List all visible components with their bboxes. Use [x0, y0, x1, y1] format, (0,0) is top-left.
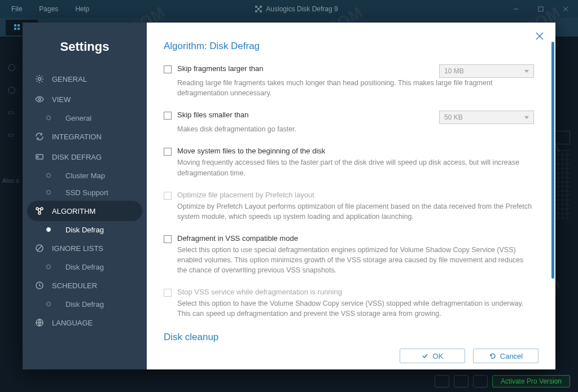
svg-rect-3 [255, 10, 257, 12]
sidebar-item-scheduler[interactable]: SCHEDULER [23, 275, 147, 296]
app-title: Auslogics Disk Defrag 9 [89, 5, 503, 13]
settings-sidebar: Settings GENERAL VIEW General INTEGRATIO… [23, 23, 147, 369]
bg-icon: ◯ [8, 63, 19, 74]
menu-help[interactable]: Help [75, 5, 89, 13]
svg-point-18 [41, 208, 43, 210]
undo-icon [489, 353, 496, 359]
close-icon [535, 32, 544, 41]
checkbox-move-system[interactable] [164, 148, 172, 156]
tab-grid-icon [14, 24, 21, 32]
sidebar-item-sched-disk-defrag[interactable]: Disk Defrag [23, 296, 147, 312]
svg-rect-9 [14, 24, 16, 27]
option-title: Optimize file placement by Prefetch layo… [177, 191, 534, 199]
svg-point-13 [38, 78, 41, 81]
bg-footer-box [473, 375, 488, 387]
menu-pages[interactable]: Pages [39, 5, 58, 13]
sidebar-item-integration[interactable]: INTEGRATION [23, 126, 147, 147]
checkbox-skip-larger[interactable] [164, 65, 172, 73]
dialog-close-button[interactable] [535, 32, 544, 43]
option-skip-smaller: Skip files smaller than 50 KB Makes disk… [164, 111, 534, 134]
panel-heading: Algorithm: Disk Defrag [164, 41, 534, 52]
option-vss-compat: Defragment in VSS compatible mode Select… [164, 234, 534, 275]
svg-line-21 [37, 246, 42, 250]
bg-icon: ▭ [8, 131, 19, 142]
svg-point-19 [38, 212, 41, 214]
settings-panel: Algorithm: Disk Defrag Skip fragments la… [147, 23, 555, 369]
menu-file[interactable]: File [11, 5, 22, 13]
option-prefetch: Optimize file placement by Prefetch layo… [164, 191, 534, 222]
sync-icon [35, 132, 44, 141]
ok-button[interactable]: OK [400, 349, 465, 363]
option-desc: Moving frequently accessed files to the … [177, 157, 534, 178]
section-disk-cleanup: Disk cleanup [164, 332, 534, 343]
sidebar-item-cluster-map[interactable]: Cluster Map [23, 167, 147, 184]
clock-icon [35, 281, 44, 290]
option-desc: Optimize by Prefetch Layout performs opt… [177, 201, 534, 222]
minimize-button[interactable] [503, 0, 528, 18]
svg-rect-1 [260, 6, 262, 8]
sidebar-item-algorithm[interactable]: ALGORITHM [27, 201, 142, 221]
panel-body[interactable]: Algorithm: Disk Defrag Skip fragments la… [147, 23, 555, 342]
checkbox-skip-smaller[interactable] [164, 112, 172, 120]
sidebar-item-ignore-disk-defrag[interactable]: Disk Defrag [23, 258, 147, 275]
sidebar-item-view-general[interactable]: General [23, 109, 147, 126]
app-logo-icon [255, 5, 262, 13]
globe-icon [35, 318, 44, 327]
panel-footer: OK Cancel [147, 342, 555, 369]
bg-also-label: Also s [2, 177, 19, 184]
checkbox-prefetch [164, 192, 172, 200]
checkbox-vss-compat[interactable] [164, 235, 172, 243]
svg-rect-6 [538, 7, 543, 11]
settings-dialog: Settings GENERAL VIEW General INTEGRATIO… [23, 23, 555, 369]
option-move-system: Move system files to the beginning of th… [164, 147, 534, 178]
sidebar-item-disk-defrag[interactable]: DISK DEFRAG [23, 147, 147, 167]
sidebar-item-view[interactable]: VIEW [23, 89, 147, 109]
option-title: Skip files smaller than [177, 111, 248, 119]
dropdown-skip-smaller[interactable]: 50 KB [439, 111, 534, 124]
maximize-button[interactable] [528, 0, 553, 18]
option-title: Stop VSS service while defragmentation i… [177, 288, 534, 296]
dropdown-skip-larger[interactable]: 10 MB [439, 64, 534, 78]
option-stop-vss: Stop VSS service while defragmentation i… [164, 288, 534, 319]
gear-icon [35, 74, 44, 83]
block-icon [35, 244, 44, 253]
option-desc: Select this option to use special defrag… [177, 245, 534, 275]
check-icon [422, 353, 428, 359]
sidebar-item-language[interactable]: LANGUAGE [23, 312, 147, 333]
svg-point-16 [37, 156, 38, 157]
bg-footer-box [435, 375, 449, 387]
scrollbar-thumb[interactable] [551, 42, 554, 279]
option-desc: Reading large file fragments takes much … [177, 78, 534, 98]
option-desc: Makes disk defragmentation go faster. [177, 124, 534, 134]
svg-rect-11 [14, 28, 16, 30]
svg-rect-12 [17, 28, 20, 30]
svg-point-14 [38, 98, 41, 100]
option-skip-larger: Skip fragments larger than 10 MB Reading… [164, 64, 534, 98]
eye-icon [35, 95, 44, 104]
option-title: Defragment in VSS compatible mode [177, 234, 534, 243]
cancel-button[interactable]: Cancel [473, 349, 538, 363]
titlebar: File Pages Help Auslogics Disk Defrag 9 [0, 0, 578, 18]
sidebar-item-ignore-lists[interactable]: IGNORE LISTS [23, 238, 147, 258]
svg-rect-2 [257, 8, 260, 10]
option-title: Move system files to the beginning of th… [177, 147, 534, 155]
svg-rect-0 [255, 6, 257, 8]
bg-icon: ◯ [8, 86, 19, 97]
option-desc: Select this option to have the Volume Sh… [177, 298, 534, 319]
svg-point-17 [36, 208, 38, 210]
option-title: Skip fragments larger than [177, 64, 263, 73]
bg-footer-box [454, 375, 468, 387]
sidebar-title: Settings [23, 39, 147, 54]
bg-icon: ▭ [8, 108, 19, 120]
checkbox-stop-vss [164, 289, 172, 297]
activate-pro-button[interactable]: Activate Pro Version [492, 375, 570, 387]
sidebar-item-algo-disk-defrag[interactable]: Disk Defrag [23, 221, 147, 238]
disk-icon [35, 152, 44, 161]
sidebar-item-ssd-support[interactable]: SSD Support [23, 184, 147, 201]
window-close-button[interactable] [553, 0, 578, 18]
algorithm-icon [35, 206, 44, 215]
svg-rect-4 [260, 10, 262, 12]
svg-rect-10 [17, 24, 20, 27]
sidebar-item-general[interactable]: GENERAL [23, 69, 147, 89]
